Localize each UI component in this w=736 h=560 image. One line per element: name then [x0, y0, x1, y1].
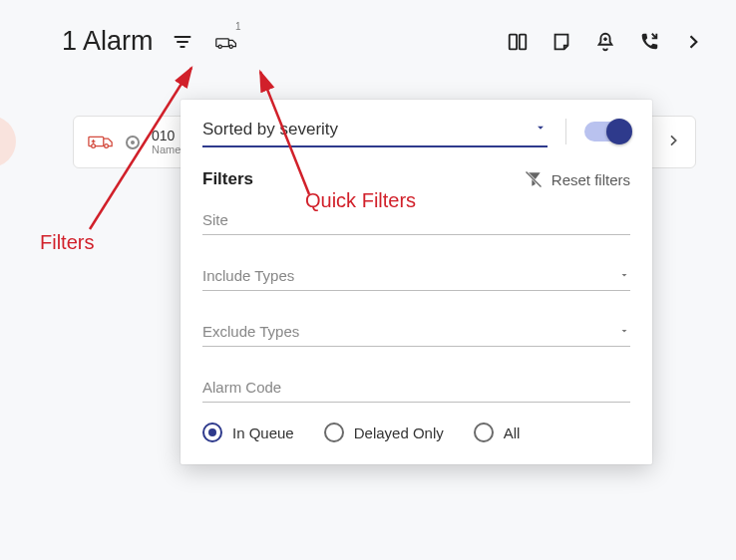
queue-radio-group: In Queue Delayed Only All [202, 422, 630, 442]
filter-icon[interactable] [168, 27, 197, 57]
svg-rect-7 [520, 34, 526, 49]
site-field[interactable]: Site [202, 211, 630, 235]
alarm-code-label-text: Alarm Code [202, 379, 281, 396]
exclude-types-label: Exclude Types [202, 323, 630, 347]
caret-down-icon [618, 323, 630, 340]
radio-all-label: All [504, 424, 521, 441]
radio-circle-icon [324, 422, 344, 442]
filters-title: Filters [202, 169, 253, 189]
alarm-code-label: Alarm Code [202, 379, 630, 403]
caret-down-icon [618, 267, 630, 284]
site-label-text: Site [202, 211, 228, 228]
exclude-types-field[interactable]: Exclude Types [202, 323, 630, 347]
ambulance-icon [88, 132, 114, 153]
incoming-call-icon[interactable] [634, 27, 664, 57]
radio-circle-icon [202, 422, 222, 442]
sort-select[interactable]: Sorted by severity [202, 116, 548, 147]
filter-panel: Sorted by severity Filters Reset filters… [181, 100, 652, 464]
annotation-filters-label: Filters [40, 231, 94, 254]
svg-point-11 [92, 143, 96, 147]
filters-header: Filters Reset filters [202, 169, 630, 189]
svg-point-5 [229, 45, 232, 48]
reset-filters-label: Reset filters [552, 171, 630, 188]
page-title: 1 Alarm [62, 26, 154, 57]
radio-all[interactable]: All [474, 422, 521, 442]
site-label: Site [202, 211, 630, 235]
caret-down-icon [534, 120, 548, 140]
radio-in-queue-label: In Queue [232, 424, 294, 441]
radio-circle-icon [474, 422, 494, 442]
row-radio[interactable] [126, 136, 140, 149]
include-types-label-text: Include Types [202, 267, 294, 284]
radio-in-queue[interactable]: In Queue [202, 422, 294, 442]
note-icon[interactable] [547, 27, 576, 57]
columns-icon[interactable] [503, 27, 533, 57]
quick-filter-icon[interactable]: 1 [211, 27, 241, 57]
include-types-field[interactable]: Include Types [202, 267, 630, 291]
decorative-blob [0, 116, 16, 167]
filter-off-icon [524, 169, 544, 189]
alarm-code-field[interactable]: Alarm Code [202, 379, 630, 403]
reset-filters-button[interactable]: Reset filters [524, 169, 630, 189]
chevron-right-icon[interactable] [665, 133, 681, 152]
svg-point-12 [105, 143, 109, 147]
sort-select-label: Sorted by severity [202, 120, 338, 140]
radio-delayed-label: Delayed Only [354, 424, 444, 441]
radio-delayed-only[interactable]: Delayed Only [324, 422, 444, 442]
chevron-right-icon[interactable] [678, 27, 708, 57]
vertical-divider [565, 119, 566, 144]
include-types-label: Include Types [202, 267, 630, 291]
sort-row: Sorted by severity [202, 116, 630, 147]
top-bar: 1 Alarm 1 [0, 0, 736, 75]
exclude-types-label-text: Exclude Types [202, 323, 299, 340]
svg-rect-6 [510, 34, 517, 49]
filter-toggle[interactable] [584, 122, 630, 141]
svg-rect-3 [215, 38, 228, 46]
add-alert-icon[interactable] [590, 27, 620, 57]
svg-rect-10 [89, 137, 104, 145]
svg-point-4 [218, 45, 221, 48]
quick-filter-badge: 1 [235, 21, 241, 32]
